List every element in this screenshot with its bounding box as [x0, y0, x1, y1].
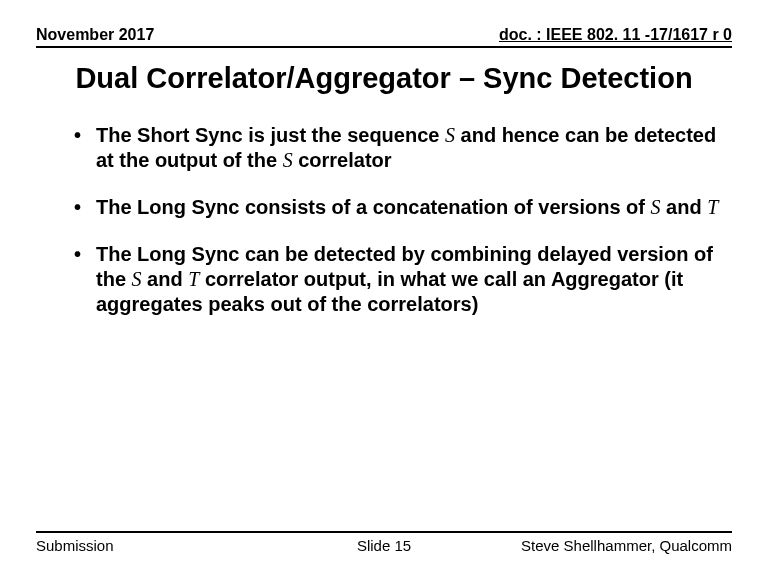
page-title: Dual Correlator/Aggregator – Sync Detect…: [36, 62, 732, 95]
header-row: November 2017 doc. : IEEE 802. 11 -17/16…: [36, 26, 732, 46]
math-symbol: S: [283, 149, 293, 171]
footer-row: Submission Slide 15 Steve Shellhammer, Q…: [36, 537, 732, 554]
bullet-text: and: [661, 196, 708, 218]
header-date: November 2017: [36, 26, 154, 44]
list-item: The Long Sync consists of a concatenatio…: [74, 195, 732, 220]
bullet-text: The Short Sync is just the sequence: [96, 124, 445, 146]
math-symbol: T: [188, 268, 199, 290]
math-symbol: S: [445, 124, 455, 146]
header-rule: [36, 46, 732, 48]
header-doc-id: doc. : IEEE 802. 11 -17/1617 r 0: [499, 26, 732, 44]
slide: November 2017 doc. : IEEE 802. 11 -17/16…: [0, 0, 768, 576]
bullet-text: The Long Sync consists of a concatenatio…: [96, 196, 651, 218]
math-symbol: S: [651, 196, 661, 218]
footer-rule: [36, 531, 732, 533]
footer-right: Steve Shellhammer, Qualcomm: [411, 537, 732, 554]
footer-center: Slide 15: [357, 537, 411, 554]
bullet-text: correlator: [293, 149, 392, 171]
footer-left: Submission: [36, 537, 357, 554]
list-item: The Long Sync can be detected by combini…: [74, 242, 732, 317]
bullet-text: and: [142, 268, 189, 290]
math-symbol: S: [132, 268, 142, 290]
footer: Submission Slide 15 Steve Shellhammer, Q…: [36, 531, 732, 554]
math-symbol: T: [707, 196, 718, 218]
bullet-list: The Short Sync is just the sequence S an…: [36, 123, 732, 317]
list-item: The Short Sync is just the sequence S an…: [74, 123, 732, 173]
